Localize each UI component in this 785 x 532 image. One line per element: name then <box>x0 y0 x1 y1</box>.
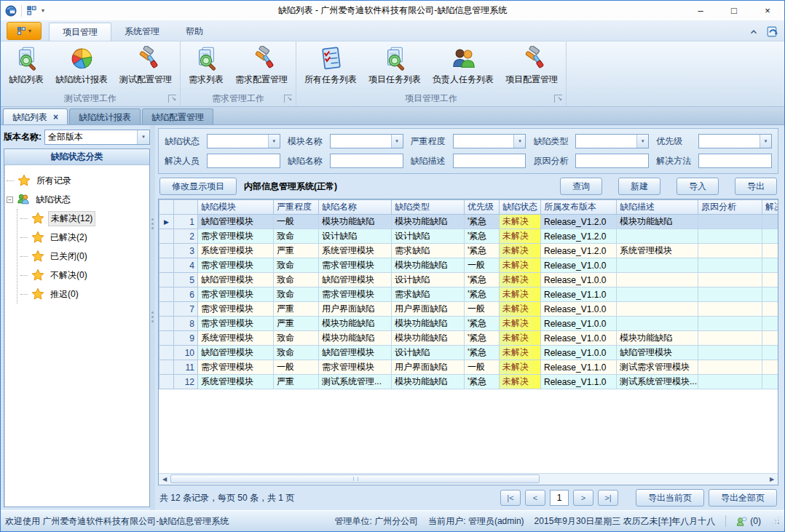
column-header-缺陷状态[interactable]: 缺陷状态 <box>500 200 541 215</box>
filter-combo-缺陷类型[interactable]: ▾ <box>575 134 649 148</box>
filter-value-input[interactable] <box>331 154 403 167</box>
action-button-导入[interactable]: 导入 <box>676 178 719 195</box>
action-button-查询[interactable]: 查询 <box>560 178 602 195</box>
ribbon-button-所有任务列表[interactable]: 所有任务列表 <box>299 42 363 87</box>
export-current-page-button[interactable]: 导出当前页 <box>636 489 704 507</box>
row-selector-cell[interactable] <box>159 244 174 258</box>
ribbon-button-需求列表[interactable]: 需求列表 <box>183 42 229 87</box>
table-row[interactable]: 9系统管理模块致命模块功能缺陷模块功能缺陷'紧急未解决Release_V1.0.… <box>159 331 778 346</box>
doc-tab-缺陷配置管理[interactable]: 缺陷配置管理 <box>142 108 213 124</box>
panel-splitter[interactable] <box>150 125 155 510</box>
table-row[interactable]: 10缺陷管理模块致命缺陷管理模块设计缺陷'紧急未解决Release_V1.0.0… <box>159 346 778 360</box>
ribbon-button-测试配置管理[interactable]: 测试配置管理 <box>114 42 178 87</box>
row-selector-cell[interactable] <box>159 229 174 244</box>
export-all-pages-button[interactable]: 导出全部页 <box>709 489 777 507</box>
table-row[interactable]: 4需求管理模块致命需求管理模块模块功能缺陷一般未解决Release_V1.0.0 <box>159 258 778 273</box>
scroll-right-icon[interactable]: ▶ <box>766 476 778 483</box>
table-row[interactable]: 6需求管理模块致命需求管理模块需求缺陷'紧急未解决Release_V1.1.0 <box>159 287 778 302</box>
row-selector-cell[interactable]: ▶ <box>159 215 174 229</box>
row-selector-cell[interactable] <box>159 302 174 317</box>
next-page-button[interactable]: > <box>573 490 593 506</box>
collapse-ribbon-icon[interactable] <box>749 27 759 37</box>
table-row[interactable]: 7需求管理模块严重用户界面缺陷用户界面缺陷一般未解决Release_V1.0.0 <box>159 302 778 317</box>
ribbon-button-需求配置管理[interactable]: 需求配置管理 <box>229 42 293 87</box>
doc-tab-缺陷列表[interactable]: 缺陷列表× <box>3 108 68 124</box>
column-header-原因分析[interactable]: 原因分析 <box>698 200 762 215</box>
filter-value-input[interactable] <box>699 154 771 167</box>
chevron-down-icon[interactable]: ▾ <box>137 130 149 144</box>
resize-grip[interactable] <box>771 517 780 525</box>
ribbon-tab-项目管理[interactable]: 项目管理 <box>49 23 111 41</box>
ribbon-button-项目配置管理[interactable]: 项目配置管理 <box>500 42 564 87</box>
table-row[interactable]: ▶1缺陷管理模块一般模块功能缺陷模块功能缺陷'紧急未解决Release_V1.2… <box>159 215 778 229</box>
first-page-button[interactable]: |< <box>500 490 521 506</box>
ribbon-button-负责人任务列表[interactable]: 负责人任务列表 <box>427 42 500 87</box>
table-row[interactable]: 5缺陷管理模块致命缺陷管理模块设计缺陷'紧急未解决Release_V1.0.0 <box>159 273 778 287</box>
action-button-导出[interactable]: 导出 <box>735 178 777 195</box>
ribbon-button-缺陷统计报表[interactable]: 缺陷统计报表 <box>50 42 114 87</box>
version-select[interactable]: 全部版本 ▾ <box>44 130 150 145</box>
dialog-launcher-icon[interactable]: ↘ <box>554 95 562 103</box>
table-row[interactable]: 8需求管理模块严重模块功能缺陷模块功能缺陷'紧急未解决Release_V1.0.… <box>159 317 778 331</box>
ribbon-button-项目任务列表[interactable]: 项目任务列表 <box>363 42 427 87</box>
close-tab-icon[interactable]: × <box>53 110 58 124</box>
column-header-解决方法[interactable]: 解决方法 <box>762 200 778 215</box>
help-icon[interactable] <box>766 25 778 38</box>
dialog-launcher-icon[interactable]: ↘ <box>168 95 176 103</box>
scrollbar-thumb[interactable] <box>170 475 540 483</box>
row-selector-cell[interactable] <box>159 273 174 287</box>
filter-combo-严重程度[interactable]: ▾ <box>453 134 526 148</box>
row-selector-cell[interactable] <box>159 287 174 302</box>
column-header-缺陷模块[interactable]: 缺陷模块 <box>198 200 274 215</box>
close-button[interactable]: × <box>751 1 784 20</box>
chevron-down-icon[interactable]: ▾ <box>513 135 525 148</box>
column-header-优先级[interactable]: 优先级 <box>465 200 500 215</box>
row-selector-cell[interactable] <box>159 258 174 273</box>
column-header-缺陷描述[interactable]: 缺陷描述 <box>617 200 698 215</box>
message-indicator[interactable]: (0) <box>736 516 761 527</box>
column-header-缺陷名称[interactable]: 缺陷名称 <box>319 200 392 215</box>
quick-access-grid-icon[interactable] <box>26 5 37 16</box>
maximize-button[interactable]: □ <box>717 1 751 20</box>
filter-value-input[interactable] <box>208 135 268 148</box>
application-menu-button[interactable]: ▾ <box>7 22 42 40</box>
ribbon-tab-帮助[interactable]: 帮助 <box>173 23 216 41</box>
tree-item-不解决(0)[interactable]: 不解决(0) <box>20 266 148 285</box>
tree-item-所有记录[interactable]: 所有记录 <box>7 171 148 190</box>
filter-value-input[interactable] <box>699 135 760 148</box>
row-selector-cell[interactable] <box>159 375 174 389</box>
tree-item-推迟(0)[interactable]: 推迟(0) <box>20 285 148 303</box>
quick-access-caret-icon[interactable]: ▾ <box>42 7 44 14</box>
filter-value-input[interactable] <box>454 135 514 148</box>
filter-combo-缺陷状态[interactable]: ▾ <box>207 134 280 148</box>
tree-item-已关闭(0)[interactable]: 已关闭(0) <box>20 247 148 266</box>
row-selector-cell[interactable] <box>159 346 174 360</box>
filter-combo-模块名称[interactable]: ▾ <box>330 134 403 148</box>
chevron-down-icon[interactable]: ▾ <box>268 135 280 148</box>
filter-input-解决人员[interactable] <box>207 154 280 168</box>
filter-value-input[interactable] <box>576 154 648 167</box>
tree-item-缺陷状态[interactable]: −缺陷状态 <box>7 190 148 209</box>
row-selector-cell[interactable] <box>159 331 174 346</box>
chevron-down-icon[interactable]: ▾ <box>636 135 648 148</box>
filter-value-input[interactable] <box>208 154 280 167</box>
table-row[interactable]: 12系统管理模块严重测试系统管理...模块功能缺陷'紧急未解决Release_V… <box>159 375 778 389</box>
last-page-button[interactable]: >| <box>598 490 618 506</box>
dialog-launcher-icon[interactable]: ↘ <box>284 95 292 103</box>
ribbon-button-缺陷列表[interactable]: 缺陷列表 <box>3 42 50 87</box>
filter-value-input[interactable] <box>576 135 636 148</box>
row-selector-cell[interactable] <box>159 317 174 331</box>
chevron-down-icon[interactable]: ▾ <box>391 135 403 148</box>
filter-value-input[interactable] <box>454 154 526 167</box>
filter-input-缺陷名称[interactable] <box>330 154 403 168</box>
scroll-left-icon[interactable]: ◀ <box>159 476 170 483</box>
page-number-input[interactable] <box>550 490 569 506</box>
doc-tab-缺陷统计报表[interactable]: 缺陷统计报表 <box>69 108 141 124</box>
minimize-button[interactable]: – <box>684 1 717 20</box>
filter-input-缺陷描述[interactable] <box>453 154 526 168</box>
tree-item-未解决(12)[interactable]: 未解决(12) <box>20 209 148 228</box>
column-header-所属发布版本[interactable]: 所属发布版本 <box>541 200 617 215</box>
filter-value-input[interactable] <box>331 135 391 148</box>
horizontal-scrollbar[interactable]: ◀ ▶ <box>159 473 778 485</box>
table-row[interactable]: 3系统管理模块严重系统管理模块需求缺陷'紧急未解决Release_V1.2.0系… <box>159 244 778 258</box>
